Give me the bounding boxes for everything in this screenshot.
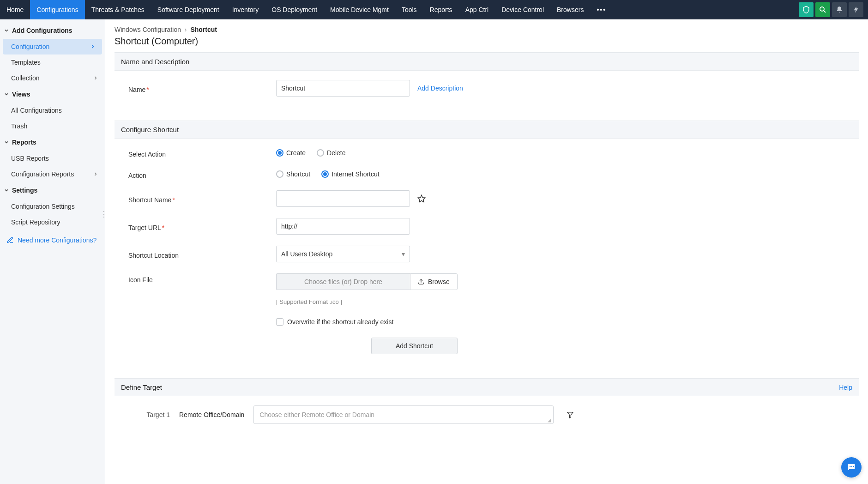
sidebar-group-reports[interactable]: Reports — [0, 134, 105, 151]
svg-point-0 — [820, 7, 824, 11]
section-header-name-description: Name and Description — [115, 53, 859, 71]
shield-icon-button[interactable] — [799, 2, 814, 17]
browse-button[interactable]: Browse — [410, 273, 458, 290]
nav-more[interactable]: ••• — [590, 0, 613, 19]
radio-icon — [276, 149, 283, 157]
sidebar-group-label: Reports — [12, 139, 36, 146]
sidebar-item-script-repository[interactable]: Script Repository — [0, 214, 105, 230]
name-input[interactable] — [276, 80, 410, 97]
star-icon[interactable] — [417, 194, 426, 203]
radio-label: Delete — [327, 149, 345, 157]
svg-line-1 — [824, 11, 826, 12]
chevron-right-icon — [93, 75, 98, 81]
svg-point-11 — [850, 466, 850, 467]
content-area: Windows Configuration › Shortcut Shortcu… — [105, 19, 868, 484]
label-select-action: Select Action — [128, 148, 276, 158]
need-more-label: Need more Configurations? — [18, 236, 96, 244]
sidebar-item-label: Configuration Reports — [11, 170, 74, 178]
sidebar-item-templates[interactable]: Templates — [0, 54, 105, 70]
sidebar-item-configuration[interactable]: Configuration — [3, 39, 102, 54]
add-shortcut-button[interactable]: Add Shortcut — [371, 338, 458, 354]
radio-delete[interactable]: Delete — [317, 149, 345, 157]
sidebar: Add Configurations Configuration Templat… — [0, 19, 105, 484]
breadcrumb-current: Shortcut — [190, 26, 217, 33]
chat-bubble[interactable] — [841, 457, 862, 478]
icon-file-dropzone[interactable]: Choose files (or) Drop here — [276, 273, 410, 290]
label-action: Action — [128, 169, 276, 179]
sidebar-item-usb-reports[interactable]: USB Reports — [0, 151, 105, 166]
sidebar-group-views[interactable]: Views — [0, 86, 105, 103]
add-description-link[interactable]: Add Description — [417, 85, 463, 92]
svg-point-4 — [103, 214, 104, 215]
section-title: Define Target — [121, 383, 162, 391]
section-title: Name and Description — [121, 58, 189, 66]
nav-software-deployment[interactable]: Software Deployment — [151, 0, 226, 19]
nav-device-control[interactable]: Device Control — [495, 0, 550, 19]
nav-browsers[interactable]: Browsers — [550, 0, 590, 19]
nav-configurations[interactable]: Configurations — [30, 0, 84, 19]
sidebar-item-collection[interactable]: Collection — [0, 70, 105, 86]
sidebar-group-add-configurations[interactable]: Add Configurations — [0, 22, 105, 39]
target-number-label: Target 1 — [128, 411, 170, 418]
sidebar-item-label: Templates — [11, 59, 41, 66]
label-icon-file: Icon File — [128, 273, 276, 284]
help-link[interactable]: Help — [839, 384, 852, 391]
radio-shortcut[interactable]: Shortcut — [276, 170, 310, 178]
nav-threats-patches[interactable]: Threats & Patches — [85, 0, 151, 19]
nav-home[interactable]: Home — [0, 0, 30, 19]
need-more-configurations-link[interactable]: Need more Configurations? — [0, 230, 105, 250]
chevron-right-icon — [90, 44, 96, 49]
shortcut-location-select[interactable]: All Users Desktop ▾ — [276, 246, 410, 262]
sidebar-group-label: Views — [12, 91, 30, 98]
nav-app-ctrl[interactable]: App Ctrl — [459, 0, 495, 19]
chat-icon — [846, 462, 856, 472]
sidebar-item-configuration-settings[interactable]: Configuration Settings — [0, 199, 105, 214]
nav-os-deployment[interactable]: OS Deployment — [265, 0, 324, 19]
sidebar-item-trash[interactable]: Trash — [0, 118, 105, 134]
required-marker: * — [172, 196, 175, 204]
chevron-down-icon — [4, 139, 9, 145]
nav-mobile-device-mgmt[interactable]: Mobile Device Mgmt — [324, 0, 395, 19]
breadcrumb-sep-icon: › — [185, 26, 187, 33]
overwrite-checkbox-row[interactable]: Overwrite if the shortcut already exist — [276, 318, 458, 326]
search-icon-button[interactable] — [815, 2, 830, 17]
sidebar-item-configuration-reports[interactable]: Configuration Reports — [0, 166, 105, 182]
remote-office-domain-select[interactable]: Choose either Remote Office or Domain ◢ — [253, 405, 554, 424]
svg-point-13 — [853, 466, 854, 467]
sidebar-resize-handle[interactable] — [102, 209, 105, 220]
radio-label: Internet Shortcut — [332, 170, 380, 178]
sidebar-item-all-configurations[interactable]: All Configurations — [0, 103, 105, 118]
sidebar-item-label: Collection — [11, 74, 39, 82]
label-remote-office-domain: Remote Office/Domain — [179, 411, 244, 418]
radio-icon — [317, 149, 324, 157]
radio-internet-shortcut[interactable]: Internet Shortcut — [321, 170, 380, 178]
section-body-configure-shortcut: Select Action Create Delete Action — [115, 139, 859, 378]
upload-icon — [418, 278, 424, 285]
section-body-name-description: Name* Add Description — [115, 71, 859, 121]
sidebar-group-label: Settings — [12, 187, 37, 194]
sidebar-group-settings[interactable]: Settings — [0, 182, 105, 199]
browse-label: Browse — [428, 278, 450, 285]
radio-icon — [276, 170, 283, 178]
select-value: All Users Desktop — [281, 250, 332, 258]
nav-tools[interactable]: Tools — [395, 0, 423, 19]
radio-create[interactable]: Create — [276, 149, 306, 157]
label-target-url: Target URL* — [128, 221, 276, 231]
target-url-input[interactable] — [276, 218, 410, 235]
filter-icon[interactable] — [567, 411, 574, 418]
sidebar-item-label: Trash — [11, 122, 27, 130]
breadcrumb-parent[interactable]: Windows Configuration — [115, 26, 181, 33]
nav-reports[interactable]: Reports — [423, 0, 459, 19]
notifications-icon-button[interactable] — [832, 2, 847, 17]
nav-inventory[interactable]: Inventory — [226, 0, 265, 19]
radio-icon — [321, 170, 329, 178]
label-target-url-text: Target URL — [128, 224, 161, 231]
label-shortcut-name-text: Shortcut Name — [128, 196, 171, 204]
quick-actions-icon-button[interactable] — [849, 2, 863, 17]
top-nav-right — [799, 0, 868, 19]
label-name: Name* — [128, 83, 276, 93]
caret-down-icon: ▾ — [402, 250, 405, 258]
bell-icon — [836, 6, 843, 13]
shortcut-name-input[interactable] — [276, 190, 410, 207]
overwrite-label: Overwrite if the shortcut already exist — [287, 318, 393, 326]
